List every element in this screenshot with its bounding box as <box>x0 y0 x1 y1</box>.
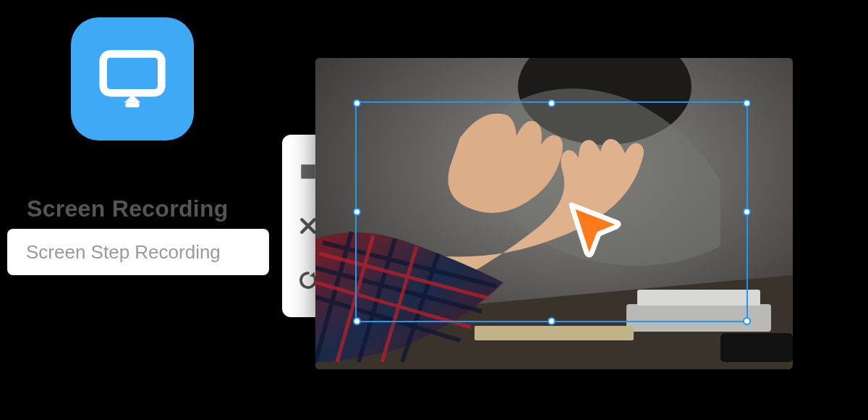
svg-rect-9 <box>720 333 793 362</box>
resize-handle-middle-right[interactable] <box>743 208 751 216</box>
resize-handle-top-middle[interactable] <box>548 99 556 107</box>
option-label: Screen Step Recording <box>26 241 221 264</box>
monitor-icon <box>98 44 167 114</box>
resize-handle-top-left[interactable] <box>353 99 361 107</box>
svg-rect-2 <box>301 165 315 180</box>
svg-rect-10 <box>475 326 634 340</box>
resize-handle-middle-left[interactable] <box>353 208 361 216</box>
resize-handle-bottom-right[interactable] <box>743 317 751 325</box>
svg-rect-8 <box>637 290 760 306</box>
resize-handle-bottom-left[interactable] <box>353 317 361 325</box>
resize-handle-bottom-middle[interactable] <box>548 317 556 325</box>
svg-rect-1 <box>125 103 139 108</box>
resize-handle-top-right[interactable] <box>743 99 751 107</box>
recording-preview[interactable] <box>315 58 793 369</box>
screen-recording-title: Screen Recording <box>27 196 229 222</box>
app-icon <box>71 17 194 140</box>
svg-rect-0 <box>103 54 162 93</box>
screen-step-recording-option[interactable]: Screen Step Recording <box>7 229 269 275</box>
